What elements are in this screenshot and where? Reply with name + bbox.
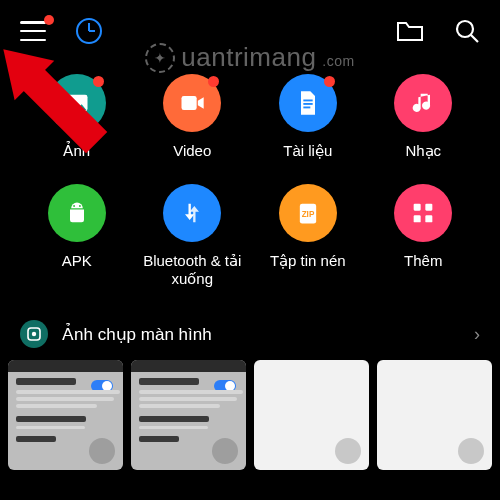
category-images[interactable]: Ảnh <box>24 74 130 160</box>
notification-dot <box>324 76 335 87</box>
category-apk[interactable]: APK <box>24 184 130 288</box>
recent-icon[interactable] <box>76 18 102 44</box>
notification-dot <box>44 15 54 25</box>
category-bt[interactable]: Bluetooth & tải xuống <box>140 184 246 288</box>
screenshot-thumb[interactable] <box>8 360 123 470</box>
svg-point-8 <box>73 205 75 207</box>
svg-point-9 <box>79 205 81 207</box>
svg-point-3 <box>70 99 74 103</box>
section-title: Ảnh chụp màn hình <box>62 324 212 345</box>
category-label: Ảnh <box>63 142 90 160</box>
screenshot-thumb[interactable] <box>254 360 369 470</box>
video-icon <box>163 74 221 132</box>
svg-rect-15 <box>426 215 433 222</box>
svg-point-17 <box>32 332 36 336</box>
screenshots-section[interactable]: Ảnh chụp màn hình › <box>0 306 500 360</box>
category-label: Tập tin nén <box>270 252 346 270</box>
notification-dot <box>208 76 219 87</box>
chevron-right-icon: › <box>474 324 480 345</box>
category-label: Tài liệu <box>283 142 332 160</box>
folder-icon[interactable] <box>396 19 424 43</box>
screenshot-thumb[interactable] <box>131 360 246 470</box>
category-music[interactable]: Nhạc <box>371 74 477 160</box>
image-icon <box>48 74 106 132</box>
category-label: Thêm <box>404 252 442 270</box>
svg-line-1 <box>471 35 478 42</box>
category-docs[interactable]: Tài liệu <box>255 74 361 160</box>
category-more[interactable]: Thêm <box>371 184 477 288</box>
document-icon <box>279 74 337 132</box>
music-icon <box>394 74 452 132</box>
search-icon[interactable] <box>454 18 480 44</box>
svg-rect-12 <box>414 204 421 211</box>
category-label: APK <box>62 252 92 270</box>
category-label: Video <box>173 142 211 160</box>
svg-rect-4 <box>182 96 197 110</box>
svg-point-0 <box>457 21 473 37</box>
grid-icon <box>394 184 452 242</box>
zip-icon: ZIP <box>279 184 337 242</box>
svg-rect-5 <box>303 100 312 102</box>
category-grid: ẢnhVideoTài liệuNhạcAPKBluetooth & tải x… <box>0 54 500 306</box>
svg-text:ZIP: ZIP <box>301 210 314 219</box>
notification-dot <box>93 76 104 87</box>
menu-icon[interactable] <box>20 21 46 41</box>
svg-rect-6 <box>303 103 312 105</box>
top-bar <box>0 0 500 54</box>
screenshot-thumb[interactable] <box>377 360 492 470</box>
transfer-icon <box>163 184 221 242</box>
android-icon <box>48 184 106 242</box>
svg-rect-14 <box>414 215 421 222</box>
svg-rect-13 <box>426 204 433 211</box>
screenshot-icon <box>20 320 48 348</box>
category-video[interactable]: Video <box>140 74 246 160</box>
category-label: Bluetooth & tải xuống <box>140 252 246 288</box>
thumbnail-row <box>0 360 500 470</box>
svg-rect-7 <box>303 107 310 109</box>
category-zip[interactable]: ZIPTập tin nén <box>255 184 361 288</box>
category-label: Nhạc <box>405 142 441 160</box>
